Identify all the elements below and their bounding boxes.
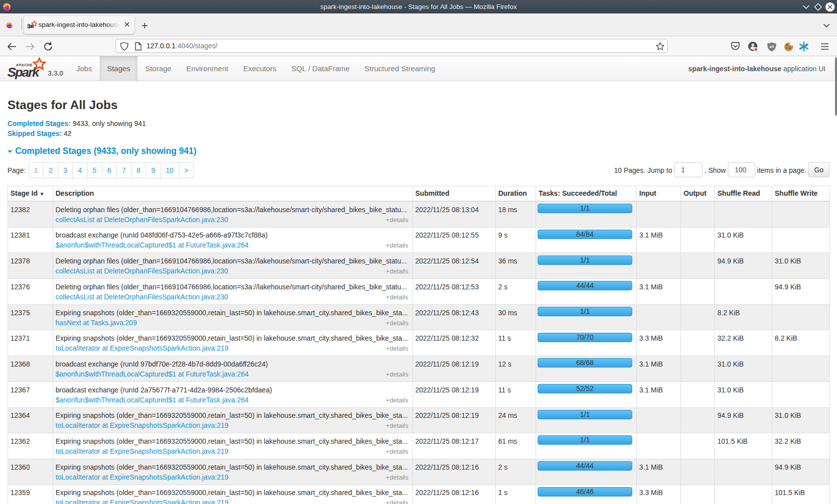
svg-text:uO: uO xyxy=(769,45,774,48)
